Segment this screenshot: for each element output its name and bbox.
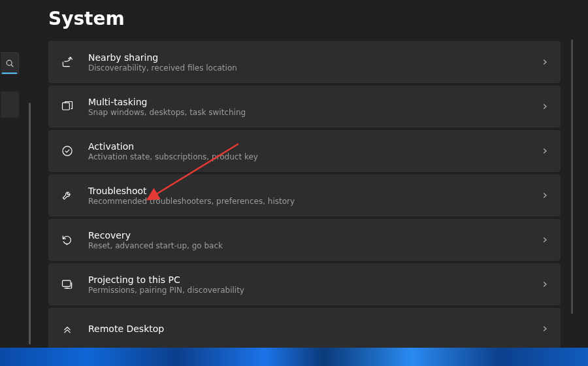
sidebar-scrollbar (29, 103, 31, 344)
setting-card-desc: Recommended troubleshooters, preferences… (88, 197, 540, 206)
setting-card-desc: Permissions, pairing PIN, discoverabilit… (88, 286, 540, 295)
search-input[interactable] (1, 52, 19, 75)
setting-card-text: Remote Desktop (88, 324, 540, 334)
setting-card-title: Projecting to this PC (88, 274, 540, 285)
chevron-right-icon (540, 324, 549, 333)
chevron-right-icon (540, 235, 549, 244)
setting-card-title: Troubleshoot (88, 186, 540, 196)
chevron-right-icon (540, 102, 549, 111)
setting-card-activation[interactable]: ActivationActivation state, subscription… (48, 130, 561, 172)
project-icon (58, 275, 76, 293)
checkcircle-icon (58, 142, 76, 160)
setting-card-text: Projecting to this PCPermissions, pairin… (88, 274, 540, 295)
setting-card-desc: Snap windows, desktops, task switching (88, 108, 540, 117)
svg-point-0 (7, 60, 12, 65)
multitask-icon (58, 97, 76, 116)
setting-card-title: Remote Desktop (88, 324, 540, 334)
remote-icon (58, 320, 76, 338)
svg-point-3 (63, 146, 72, 156)
setting-card-text: RecoveryReset, advanced start-up, go bac… (88, 230, 540, 250)
settings-list: Nearby sharingDiscoverability, received … (48, 41, 561, 348)
setting-card-text: Nearby sharingDiscoverability, received … (88, 52, 540, 73)
svg-rect-2 (63, 103, 70, 110)
page-title: System (48, 8, 561, 29)
setting-card-title: Multi-tasking (88, 97, 540, 107)
setting-card-title: Recovery (88, 230, 540, 241)
setting-card-troubleshoot[interactable]: TroubleshootRecommended troubleshooters,… (48, 175, 561, 216)
search-focus-underline (2, 73, 17, 74)
left-rail (0, 52, 20, 118)
setting-card-remote-desktop[interactable]: Remote Desktop (48, 308, 561, 348)
setting-card-text: TroubleshootRecommended troubleshooters,… (88, 186, 540, 206)
setting-card-recovery[interactable]: RecoveryReset, advanced start-up, go bac… (48, 219, 561, 261)
desktop-wallpaper-strip (0, 348, 588, 366)
setting-card-desc: Reset, advanced start-up, go back (88, 241, 540, 250)
chevron-right-icon (540, 191, 549, 200)
svg-line-1 (11, 65, 13, 67)
setting-card-title: Nearby sharing (88, 52, 540, 63)
search-icon (5, 59, 14, 68)
chevron-right-icon (540, 146, 549, 156)
content-scrollbar[interactable] (571, 39, 573, 314)
setting-card-projecting[interactable]: Projecting to this PCPermissions, pairin… (48, 263, 561, 305)
setting-card-text: Multi-taskingSnap windows, desktops, tas… (88, 97, 540, 117)
setting-card-title: Activation (88, 141, 540, 152)
setting-card-desc: Discoverability, received files location (88, 63, 540, 73)
chevron-right-icon (540, 280, 549, 289)
setting-card-text: ActivationActivation state, subscription… (88, 141, 540, 161)
setting-card-desc: Activation state, subscriptions, product… (88, 152, 540, 161)
setting-card-nearby-sharing[interactable]: Nearby sharingDiscoverability, received … (48, 41, 561, 83)
sidebar-item-system[interactable] (1, 92, 19, 118)
svg-rect-4 (63, 280, 71, 286)
content-area: System Nearby sharingDiscoverability, re… (48, 8, 561, 348)
wrench-icon (58, 186, 76, 205)
chevron-right-icon (540, 58, 549, 67)
recovery-icon (58, 231, 76, 249)
settings-window: System Nearby sharingDiscoverability, re… (0, 0, 575, 348)
setting-card-multi-tasking[interactable]: Multi-taskingSnap windows, desktops, tas… (48, 86, 561, 127)
share-icon (58, 53, 76, 71)
